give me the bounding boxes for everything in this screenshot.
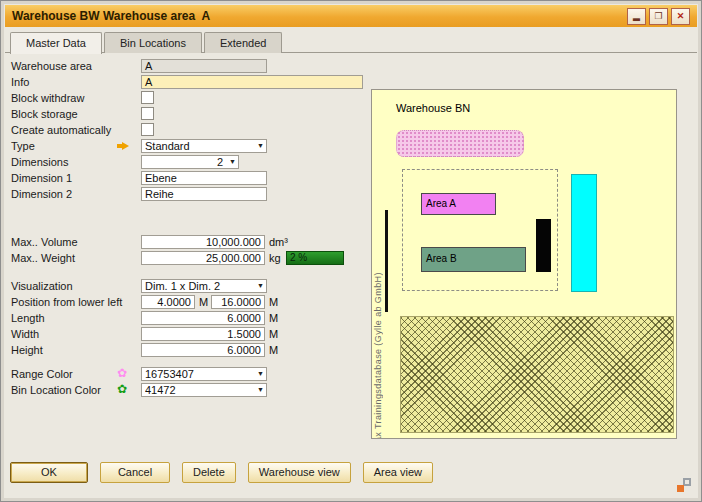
cancel-button[interactable]: Cancel [100, 462, 170, 483]
chevron-down-icon: ▼ [257, 140, 264, 152]
form-row-info: Info A [5, 74, 371, 90]
minimize-icon: ▂ [633, 12, 640, 21]
type-value: Standard [145, 140, 254, 152]
form-row-block-storage: Block storage [5, 106, 371, 122]
tab-bin-locations[interactable]: Bin Locations [104, 32, 202, 53]
form-row-range-color: Range Color ✿ 16753407 ▼ [5, 366, 371, 382]
chevron-down-icon: ▼ [257, 368, 264, 380]
close-button[interactable]: ✕ [671, 8, 690, 25]
delete-button[interactable]: Delete [182, 462, 236, 483]
tab-master-data[interactable]: Master Data [10, 32, 102, 54]
dimension-2-field[interactable]: Reihe [141, 187, 267, 201]
master-data-form: Warehouse area A Info A Block withdraw B… [5, 58, 371, 398]
dimension-1-field[interactable]: Ebene [141, 171, 267, 185]
warehouse-area-field[interactable]: A [141, 59, 267, 73]
bin-location-color-label: Bin Location Color [11, 384, 101, 396]
warehouse-area-label: Warehouse area [11, 60, 92, 72]
visualization-label: Visualization [11, 280, 73, 292]
height-field[interactable]: 6.0000 [141, 343, 265, 357]
bin-location-color-dropdown[interactable]: 41472 ▼ [141, 383, 267, 397]
type-dropdown[interactable]: Standard ▼ [141, 139, 267, 153]
tab-bar: Master Data Bin Locations Extended [10, 32, 284, 54]
dimensions-value: 2 [145, 156, 226, 168]
warehouse-area-window: Warehouse BW Warehouse area A ▂ ❐ ✕ Mast… [0, 0, 702, 502]
spacer [5, 202, 371, 234]
form-row-warehouse-area: Warehouse area A [5, 58, 371, 74]
spacer [5, 266, 371, 278]
block-withdraw-label: Block withdraw [11, 92, 84, 104]
max-weight-label: Max.. Weight [11, 252, 75, 264]
close-icon: ✕ [677, 12, 685, 21]
dimension-1-label: Dimension 1 [11, 172, 72, 184]
range-color-label: Range Color [11, 368, 73, 380]
bin-location-color-swatch-icon: ✿ [117, 383, 127, 396]
form-row-create-automatically: Create automatically [5, 122, 371, 138]
form-row-block-withdraw: Block withdraw [5, 90, 371, 106]
restore-icon: ❐ [654, 12, 662, 21]
chevron-down-icon: ▼ [257, 280, 264, 292]
bin-location-color-value: 41472 [145, 384, 254, 396]
width-unit: M [269, 328, 278, 340]
chevron-down-icon: ▼ [229, 156, 236, 168]
restore-button[interactable]: ❐ [649, 8, 668, 25]
max-weight-unit: kg [269, 252, 281, 264]
max-weight-field[interactable]: 25,000.000 [141, 251, 265, 265]
dashed-boundary [402, 169, 558, 291]
form-row-height: Height 6.0000 M [5, 342, 371, 358]
position-x-unit: M [199, 296, 208, 308]
window-controls: ▂ ❐ ✕ [627, 8, 690, 25]
create-automatically-checkbox[interactable] [141, 123, 154, 136]
form-row-max-volume: Max.. Volume 10,000.000 dm³ [5, 234, 371, 250]
range-color-swatch-icon: ✿ [117, 367, 127, 380]
position-label: Position from lower left [11, 296, 122, 308]
info-field[interactable]: A [141, 75, 363, 89]
left-wall-line [385, 210, 388, 312]
form-row-max-weight: Max.. Weight 25,000.000 kg 2 % [5, 250, 371, 266]
info-label: Info [11, 76, 29, 88]
max-volume-field[interactable]: 10,000.000 [141, 235, 265, 249]
visualization-value: Dim. 1 x Dim. 2 [145, 280, 254, 292]
block-storage-checkbox[interactable] [141, 107, 154, 120]
spacer [5, 358, 371, 366]
window-title: Warehouse BW Warehouse area A [12, 9, 210, 23]
position-y-unit: M [269, 296, 278, 308]
position-x-field[interactable]: 4.0000 [141, 295, 195, 309]
form-row-dimension-2: Dimension 2 Reihe [5, 186, 371, 202]
grip-square-orange [677, 485, 684, 492]
area-a-shape[interactable]: Area A [421, 193, 496, 215]
cyan-rack-shape[interactable] [571, 174, 597, 292]
warehouse-view-button[interactable]: Warehouse view [248, 462, 351, 483]
width-field[interactable]: 1.5000 [141, 327, 265, 341]
link-arrow-icon[interactable] [122, 142, 129, 150]
form-row-visualization: Visualization Dim. 1 x Dim. 2 ▼ [5, 278, 371, 294]
titlebar[interactable]: Warehouse BW Warehouse area A ▂ ❐ ✕ [5, 5, 697, 27]
collapse-grip-icon[interactable] [677, 478, 691, 492]
form-row-type: Type Standard ▼ [5, 138, 371, 154]
visualization-dropdown[interactable]: Dim. 1 x Dim. 2 ▼ [141, 279, 267, 293]
form-row-length: Length 6.0000 M [5, 310, 371, 326]
block-withdraw-checkbox[interactable] [141, 91, 154, 104]
dotted-zone-shape[interactable] [396, 130, 524, 157]
grip-square-outline [683, 478, 691, 486]
hatched-storage-zone[interactable] [400, 316, 674, 433]
length-field[interactable]: 6.0000 [141, 311, 265, 325]
height-unit: M [269, 344, 278, 356]
area-b-shape[interactable]: Area B [421, 247, 526, 272]
dimensions-dropdown[interactable]: 2 ▼ [141, 155, 239, 169]
warehouse-visualization-panel: Warehouse BN Area A Area B Max Trainings… [371, 89, 677, 439]
area-view-button[interactable]: Area view [363, 462, 433, 483]
database-watermark-text: Max Trainingsdatabase (Gylle ab GmbH) [373, 160, 383, 439]
ok-button[interactable]: OK [10, 462, 88, 483]
type-label: Type [11, 140, 35, 152]
range-color-dropdown[interactable]: 16753407 ▼ [141, 367, 267, 381]
form-row-dimensions: Dimensions 2 ▼ [5, 154, 371, 170]
width-label: Width [11, 328, 39, 340]
tab-extended[interactable]: Extended [204, 32, 282, 53]
position-y-field[interactable]: 16.0000 [211, 295, 265, 309]
block-storage-label: Block storage [11, 108, 78, 120]
chevron-down-icon: ▼ [257, 384, 264, 396]
form-row-bin-location-color: Bin Location Color ✿ 41472 ▼ [5, 382, 371, 398]
dimension-2-label: Dimension 2 [11, 188, 72, 200]
max-volume-label: Max.. Volume [11, 236, 78, 248]
minimize-button[interactable]: ▂ [627, 8, 646, 25]
